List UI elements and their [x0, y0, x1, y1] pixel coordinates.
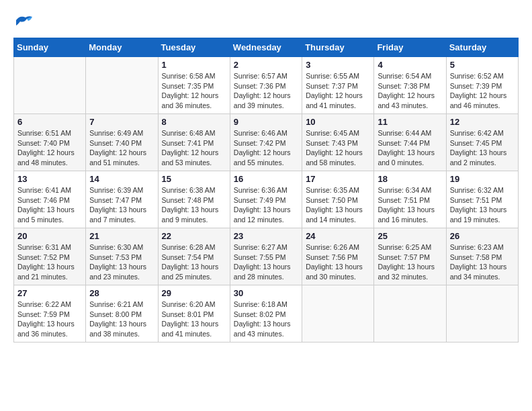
cell-details: Sunrise: 6:52 AMSunset: 7:39 PMDaylight:… [450, 71, 515, 111]
calendar-table: SundayMondayTuesdayWednesdayThursdayFrid… [13, 38, 519, 342]
cell-text-line: Daylight: 12 hours and 48 minutes. [17, 148, 75, 167]
day-number: 18 [378, 174, 442, 184]
cell-text-line: Sunrise: 6:55 AM [306, 72, 359, 80]
calendar-cell [302, 285, 374, 342]
cell-details: Sunrise: 6:55 AMSunset: 7:37 PMDaylight:… [306, 71, 370, 111]
day-number: 10 [306, 117, 370, 127]
cell-text-line: Sunrise: 6:36 AM [234, 186, 287, 194]
cell-text-line: Sunset: 7:54 PM [162, 253, 214, 261]
cell-text-line: Sunset: 7:36 PM [234, 82, 286, 90]
day-number: 21 [89, 231, 154, 241]
cell-text-line: Sunrise: 6:51 AM [17, 129, 71, 137]
bird-icon [15, 13, 34, 27]
logo [13, 13, 34, 27]
cell-text-line: Daylight: 12 hours and 51 minutes. [89, 148, 146, 167]
cell-text-line: Daylight: 13 hours and 41 minutes. [162, 320, 219, 338]
calendar-cell [14, 57, 86, 114]
cell-text-line: Sunrise: 6:58 AM [162, 72, 216, 80]
calendar-cell: 10Sunrise: 6:45 AMSunset: 7:43 PMDayligh… [302, 114, 374, 171]
cell-details: Sunrise: 6:32 AMSunset: 7:51 PMDaylight:… [450, 185, 515, 225]
cell-details: Sunrise: 6:18 AMSunset: 8:02 PMDaylight:… [234, 300, 298, 339]
cell-text-line: Sunset: 7:58 PM [450, 253, 502, 261]
cell-text-line: Sunrise: 6:57 AM [234, 72, 287, 80]
cell-text-line: Daylight: 12 hours and 41 minutes. [306, 91, 363, 109]
cell-details: Sunrise: 6:34 AMSunset: 7:51 PMDaylight:… [378, 185, 442, 225]
cell-text-line: Sunrise: 6:28 AM [162, 243, 216, 251]
cell-details: Sunrise: 6:36 AMSunset: 7:49 PMDaylight:… [234, 185, 298, 225]
cell-text-line: Sunrise: 6:41 AM [17, 186, 71, 194]
cell-details: Sunrise: 6:23 AMSunset: 7:58 PMDaylight:… [450, 242, 515, 282]
day-number: 30 [234, 288, 298, 298]
cell-text-line: Sunset: 7:40 PM [17, 139, 70, 147]
weekday-header: Friday [374, 38, 446, 57]
day-number: 26 [450, 231, 515, 241]
cell-text-line: Sunset: 7:47 PM [89, 196, 142, 204]
cell-text-line: Daylight: 12 hours and 39 minutes. [234, 91, 291, 109]
cell-details: Sunrise: 6:45 AMSunset: 7:43 PMDaylight:… [306, 128, 370, 168]
cell-text-line: Sunrise: 6:27 AM [234, 243, 287, 251]
cell-text-line: Sunset: 7:41 PM [162, 139, 214, 147]
day-number: 4 [378, 60, 442, 70]
day-number: 16 [234, 174, 298, 184]
calendar-cell: 25Sunrise: 6:25 AMSunset: 7:57 PMDayligh… [374, 228, 446, 285]
cell-text-line: Sunset: 7:38 PM [378, 82, 430, 90]
cell-details: Sunrise: 6:20 AMSunset: 8:01 PMDaylight:… [162, 300, 226, 339]
day-number: 24 [306, 231, 370, 241]
day-number: 20 [17, 231, 82, 241]
cell-text-line: Daylight: 13 hours and 12 minutes. [234, 205, 291, 224]
cell-text-line: Sunrise: 6:23 AM [450, 243, 504, 251]
cell-text-line: Sunset: 7:35 PM [162, 82, 214, 90]
cell-text-line: Sunset: 8:02 PM [234, 310, 286, 318]
cell-text-line: Sunrise: 6:44 AM [378, 129, 431, 137]
cell-text-line: Sunrise: 6:52 AM [450, 72, 504, 80]
day-number: 12 [450, 117, 515, 127]
cell-details: Sunrise: 6:49 AMSunset: 7:40 PMDaylight:… [89, 128, 154, 168]
day-number: 6 [17, 117, 82, 127]
cell-text-line: Sunset: 7:51 PM [450, 196, 502, 204]
cell-details: Sunrise: 6:35 AMSunset: 7:50 PMDaylight:… [306, 185, 370, 225]
day-number: 28 [89, 288, 154, 298]
cell-details: Sunrise: 6:30 AMSunset: 7:53 PMDaylight:… [89, 242, 154, 282]
weekday-header: Saturday [446, 38, 518, 57]
day-number: 1 [162, 60, 226, 70]
cell-text-line: Daylight: 13 hours and 34 minutes. [450, 263, 507, 281]
cell-text-line: Sunset: 7:52 PM [17, 253, 70, 261]
day-number: 8 [162, 117, 226, 127]
cell-details: Sunrise: 6:44 AMSunset: 7:44 PMDaylight:… [378, 128, 442, 168]
cell-text-line: Sunrise: 6:46 AM [234, 129, 287, 137]
cell-details: Sunrise: 6:21 AMSunset: 8:00 PMDaylight:… [89, 300, 154, 339]
calendar-cell: 23Sunrise: 6:27 AMSunset: 7:55 PMDayligh… [230, 228, 302, 285]
cell-text-line: Sunrise: 6:31 AM [17, 243, 71, 251]
cell-text-line: Sunrise: 6:54 AM [378, 72, 431, 80]
day-number: 3 [306, 60, 370, 70]
calendar-week-row: 6Sunrise: 6:51 AMSunset: 7:40 PMDaylight… [14, 114, 519, 171]
cell-text-line: Sunset: 7:37 PM [306, 82, 358, 90]
cell-text-line: Sunset: 7:51 PM [378, 196, 430, 204]
calendar-cell: 3Sunrise: 6:55 AMSunset: 7:37 PMDaylight… [302, 57, 374, 114]
calendar-cell [446, 285, 518, 342]
calendar-cell: 17Sunrise: 6:35 AMSunset: 7:50 PMDayligh… [302, 171, 374, 228]
calendar-cell: 14Sunrise: 6:39 AMSunset: 7:47 PMDayligh… [86, 171, 158, 228]
cell-text-line: Sunrise: 6:42 AM [450, 129, 504, 137]
cell-text-line: Sunrise: 6:21 AM [89, 300, 143, 308]
cell-text-line: Sunset: 7:50 PM [306, 196, 358, 204]
calendar-cell: 2Sunrise: 6:57 AMSunset: 7:36 PMDaylight… [230, 57, 302, 114]
cell-text-line: Sunrise: 6:39 AM [89, 186, 143, 194]
cell-text-line: Sunrise: 6:38 AM [162, 186, 216, 194]
cell-text-line: Daylight: 13 hours and 21 minutes. [17, 263, 75, 281]
cell-text-line: Sunrise: 6:30 AM [89, 243, 143, 251]
cell-details: Sunrise: 6:51 AMSunset: 7:40 PMDaylight:… [17, 128, 82, 168]
cell-details: Sunrise: 6:28 AMSunset: 7:54 PMDaylight:… [162, 242, 226, 282]
cell-text-line: Sunset: 7:56 PM [306, 253, 358, 261]
cell-text-line: Sunset: 7:48 PM [162, 196, 214, 204]
cell-text-line: Sunset: 7:49 PM [234, 196, 286, 204]
cell-text-line: Sunrise: 6:34 AM [378, 186, 431, 194]
day-number: 23 [234, 231, 298, 241]
calendar-cell: 20Sunrise: 6:31 AMSunset: 7:52 PMDayligh… [14, 228, 86, 285]
calendar-cell: 1Sunrise: 6:58 AMSunset: 7:35 PMDaylight… [158, 57, 230, 114]
cell-text-line: Daylight: 13 hours and 16 minutes. [378, 205, 435, 224]
calendar-cell: 27Sunrise: 6:22 AMSunset: 7:59 PMDayligh… [14, 285, 86, 342]
calendar-header: SundayMondayTuesdayWednesdayThursdayFrid… [14, 38, 519, 57]
cell-text-line: Daylight: 12 hours and 58 minutes. [306, 148, 363, 167]
calendar-cell: 5Sunrise: 6:52 AMSunset: 7:39 PMDaylight… [446, 57, 518, 114]
